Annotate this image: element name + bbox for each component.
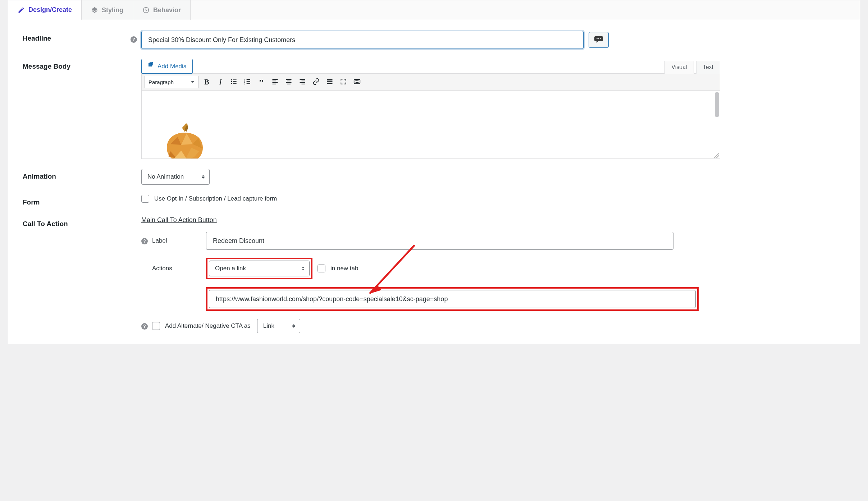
bullet-list-button[interactable] xyxy=(229,77,239,87)
cta-label-input[interactable] xyxy=(206,232,673,250)
row-message-body: Message Body Add Media Visua xyxy=(23,59,845,159)
svg-rect-30 xyxy=(354,79,360,84)
help-icon[interactable]: ? xyxy=(141,323,148,330)
pumpkin-image xyxy=(160,123,210,159)
new-tab-label: in new tab xyxy=(330,265,358,272)
fullscreen-button[interactable] xyxy=(338,77,349,87)
row-cta: Call To Action Main Call To Action Butto… xyxy=(23,216,845,333)
optin-checkbox[interactable] xyxy=(141,195,149,203)
media-icon xyxy=(147,62,154,70)
clock-icon xyxy=(142,6,150,14)
align-left-button[interactable] xyxy=(270,77,280,87)
align-center-icon xyxy=(285,78,292,86)
row-form: Form Use Opt-in / Subscription / Lead ca… xyxy=(23,195,845,206)
more-icon xyxy=(326,78,333,86)
format-select[interactable]: Paragraph xyxy=(145,76,198,88)
svg-rect-29 xyxy=(327,83,333,84)
svg-rect-17 xyxy=(273,82,278,83)
alt-cta-checkbox[interactable] xyxy=(152,322,160,330)
tab-label: Behavior xyxy=(153,6,181,14)
svg-point-2 xyxy=(600,38,601,39)
align-right-button[interactable] xyxy=(297,77,308,87)
tab-label: Design/Create xyxy=(28,6,72,14)
help-icon[interactable]: ? xyxy=(141,238,148,244)
italic-button[interactable]: I xyxy=(215,77,226,87)
editor-resize-handle[interactable] xyxy=(714,153,719,158)
cta-url-input[interactable] xyxy=(209,290,696,308)
tab-behavior[interactable]: Behavior xyxy=(133,0,191,20)
tab-design-create[interactable]: Design/Create xyxy=(8,0,82,20)
quote-icon xyxy=(258,78,265,86)
label-form: Form xyxy=(23,195,131,206)
emoji-picker-button[interactable] xyxy=(589,32,609,48)
chevron-updown-icon xyxy=(201,174,206,180)
italic-icon: I xyxy=(219,78,222,86)
help-icon[interactable]: ? xyxy=(131,36,137,43)
animation-select[interactable]: No Animation xyxy=(141,169,210,185)
svg-text:3: 3 xyxy=(244,83,245,85)
svg-rect-19 xyxy=(286,79,292,80)
align-left-icon xyxy=(271,78,279,86)
label-headline: Headline xyxy=(23,31,131,42)
numbered-list-button[interactable]: 123 xyxy=(242,77,253,87)
svg-point-7 xyxy=(231,83,232,84)
align-center-button[interactable] xyxy=(283,77,294,87)
row-animation: Animation No Animation xyxy=(23,169,845,185)
svg-rect-31 xyxy=(355,80,356,81)
svg-rect-20 xyxy=(287,81,291,81)
alt-cta-label: Add Alternate/ Negative CTA as xyxy=(165,322,251,330)
editor-toolbar: Paragraph B I 123 xyxy=(141,73,720,91)
svg-rect-21 xyxy=(286,82,292,83)
svg-rect-26 xyxy=(302,83,305,84)
svg-point-1 xyxy=(598,38,599,39)
svg-rect-32 xyxy=(356,80,357,81)
add-media-label: Add Media xyxy=(157,63,187,70)
svg-rect-6 xyxy=(233,81,237,82)
cta-label-label: Label xyxy=(152,237,206,244)
alt-cta-type-select[interactable]: Link xyxy=(257,319,300,333)
label-message-body: Message Body xyxy=(23,59,131,70)
toolbar-toggle-button[interactable] xyxy=(352,77,362,87)
link-button[interactable] xyxy=(311,77,321,87)
cta-actions-label: Actions xyxy=(152,265,206,272)
optin-checkbox-label: Use Opt-in / Subscription / Lead capture… xyxy=(154,195,277,202)
ol-icon: 123 xyxy=(244,78,251,86)
ul-icon xyxy=(230,78,238,86)
fullscreen-icon xyxy=(340,78,347,86)
label-animation: Animation xyxy=(23,169,131,180)
svg-rect-16 xyxy=(273,81,276,81)
label-cta: Call To Action xyxy=(23,216,131,228)
svg-rect-23 xyxy=(300,79,305,80)
insert-more-button[interactable] xyxy=(324,77,335,87)
editor-scrollbar[interactable] xyxy=(715,92,719,117)
headline-input[interactable] xyxy=(141,31,584,49)
add-media-button[interactable]: Add Media xyxy=(141,59,193,74)
annotation-highlight-url xyxy=(206,287,699,311)
svg-rect-33 xyxy=(357,80,358,81)
svg-rect-22 xyxy=(287,83,291,84)
svg-rect-8 xyxy=(233,83,237,84)
svg-rect-4 xyxy=(233,79,237,80)
svg-rect-35 xyxy=(356,82,358,83)
bold-button[interactable]: B xyxy=(201,77,212,87)
annotation-highlight-action: Open a link xyxy=(206,258,312,279)
edit-icon xyxy=(18,6,25,14)
blockquote-button[interactable] xyxy=(256,77,267,87)
layers-icon xyxy=(91,6,98,14)
cta-main-heading: Main Call To Action Button xyxy=(141,216,845,224)
svg-rect-15 xyxy=(273,79,278,80)
svg-rect-28 xyxy=(327,81,333,82)
new-tab-checkbox[interactable] xyxy=(317,265,325,272)
cta-action-select[interactable]: Open a link xyxy=(209,261,310,276)
editor-mode-text[interactable]: Text xyxy=(696,61,720,74)
link-icon xyxy=(312,78,320,86)
keyboard-icon xyxy=(353,78,361,86)
tab-styling[interactable]: Styling xyxy=(82,0,133,20)
chevron-updown-icon xyxy=(301,265,306,272)
editor-mode-visual[interactable]: Visual xyxy=(664,61,694,74)
svg-rect-24 xyxy=(302,81,305,81)
editor-canvas[interactable] xyxy=(141,91,720,159)
align-right-icon xyxy=(299,78,306,86)
svg-rect-18 xyxy=(273,83,276,84)
svg-point-5 xyxy=(231,81,232,82)
